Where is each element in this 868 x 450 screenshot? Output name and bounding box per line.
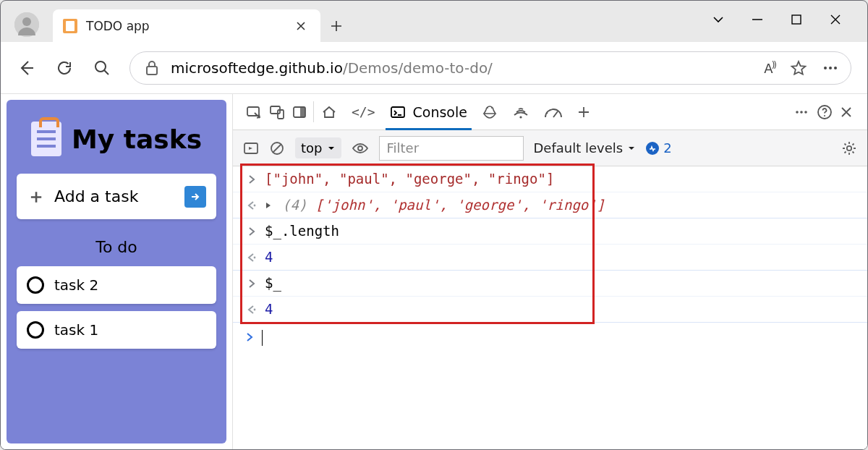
task-label: task 1 [54,321,98,339]
svg-point-19 [804,111,807,114]
console-text: $_.length [265,223,339,239]
console-filter-input[interactable]: Filter [379,136,524,161]
text-cursor [262,330,263,346]
toggle-sidebar-icon[interactable] [243,137,259,160]
tab-network-icon[interactable] [512,104,529,120]
chevron-left-dot-icon [246,305,258,314]
svg-point-16 [519,116,522,118]
tab-performance-icon[interactable] [544,104,563,120]
section-title: To do [95,238,137,256]
back-button[interactable] [17,58,37,78]
expand-icon[interactable] [265,201,275,210]
tab-elements[interactable]: </> [352,104,375,119]
svg-point-21 [824,115,825,116]
refresh-button[interactable] [54,58,75,78]
todo-app: My tasks ＋ Add a task To do task 2 task … [7,100,226,443]
dock-side-icon[interactable] [292,105,307,119]
svg-point-14 [487,107,488,109]
tab-close-button[interactable] [292,17,310,35]
chevron-right-icon [246,175,258,184]
profile-avatar[interactable] [14,12,39,37]
svg-point-3 [95,61,106,72]
console-text: 4 [265,249,273,266]
console-input-row: ["john", "paul", "george", "ringo"] [233,166,867,192]
svg-point-28 [254,308,256,310]
devtools-tab-strip: </> Console [233,94,867,130]
console-text: 4 [265,301,273,318]
task-checkbox[interactable] [27,321,44,339]
console-text: ["john", "paul", "george", "ringo"] [265,171,554,187]
svg-rect-12 [300,107,305,117]
clipboard-icon [31,122,61,156]
chevron-left-dot-icon [246,253,258,262]
task-label: task 2 [54,276,98,294]
console-output[interactable]: ["john", "paul", "george", "ringo"] (4) … [233,166,867,449]
window-maximize-button[interactable] [785,8,808,31]
new-tab-button[interactable] [320,9,352,43]
chevron-left-dot-icon [246,201,258,210]
devtools-close-icon[interactable] [840,106,853,119]
svg-point-6 [829,67,832,69]
console-output-row: 4 [233,297,867,323]
search-icon[interactable] [92,58,112,78]
log-levels-selector[interactable]: Default levels [534,140,637,156]
task-item[interactable]: task 2 [17,266,216,304]
console-output-row: (4) ['john', 'paul', 'george', 'ringo'] [233,192,867,218]
live-expression-icon[interactable] [352,137,369,160]
levels-label: Default levels [534,140,624,156]
console-text: $_ [265,275,281,292]
favorite-star-icon[interactable] [790,59,807,77]
plus-icon: ＋ [27,184,46,209]
context-label: top [301,140,323,156]
issues-counter[interactable]: 2 [646,140,671,156]
svg-point-7 [834,67,837,69]
chevron-right-icon [246,279,258,288]
chevron-right-icon [246,333,253,341]
devtools-panel: </> Console top Filter [232,94,867,449]
svg-point-18 [800,111,803,114]
more-tabs-button[interactable] [577,106,590,119]
add-task-input[interactable]: ＋ Add a task [17,174,216,219]
devtools-more-icon[interactable] [793,104,809,120]
more-menu-icon[interactable] [822,59,839,77]
console-input-row: $_.length [233,218,867,245]
chevron-right-icon [246,227,258,236]
window-minimize-button[interactable] [746,8,769,31]
tab-console[interactable]: Console [383,94,475,130]
console-input-row: $_ [233,271,867,297]
caret-down-icon[interactable] [707,8,730,31]
inspect-element-icon[interactable] [246,104,262,120]
svg-point-26 [254,204,256,206]
browser-content: My tasks ＋ Add a task To do task 2 task … [1,94,867,449]
svg-point-5 [824,67,827,69]
console-settings-icon[interactable] [841,137,857,160]
tab-console-label: Console [413,104,467,120]
add-task-label: Add a task [54,187,138,205]
console-icon [390,104,406,120]
tab-sources-icon[interactable] [482,104,498,120]
browser-tab[interactable]: TODO app [53,9,320,43]
tab-welcome[interactable] [321,104,337,120]
console-prompt[interactable] [233,323,867,349]
svg-rect-4 [147,67,157,75]
tab-title: TODO app [86,19,150,33]
svg-rect-8 [247,107,259,116]
svg-point-1 [22,17,31,26]
task-checkbox[interactable] [27,276,44,294]
svg-rect-2 [792,15,801,24]
context-selector[interactable]: top [295,137,341,158]
submit-task-button[interactable] [184,186,206,208]
svg-point-24 [358,146,362,150]
task-item[interactable]: task 1 [17,311,216,349]
device-emulation-icon[interactable] [269,104,285,120]
read-aloud-icon[interactable]: A)) [764,60,775,76]
issues-count: 2 [663,140,671,156]
devtools-help-icon[interactable] [817,104,833,120]
clear-console-icon[interactable] [269,137,285,160]
issue-icon [646,142,659,155]
address-bar[interactable]: microsoftedge.github.io/Demos/demo-to-do… [129,51,851,85]
lock-icon [145,60,159,76]
app-title: My tasks [72,124,202,154]
window-close-button[interactable] [824,8,847,31]
browser-titlebar: TODO app [1,1,867,42]
